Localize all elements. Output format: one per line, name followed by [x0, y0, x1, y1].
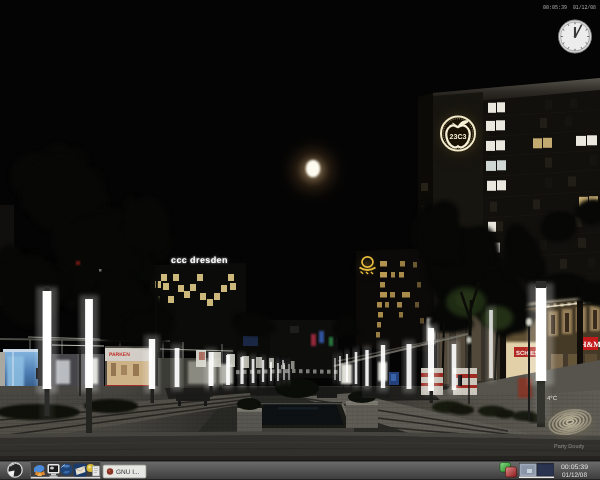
svg-text:4°C: 4°C [547, 395, 558, 402]
svg-text:PARKEN: PARKEN [109, 352, 130, 358]
svg-text:H&M: H&M [580, 340, 600, 349]
svg-text:GNU I...: GNU I... [116, 469, 140, 476]
svg-text:01/12/08: 01/12/08 [562, 472, 587, 479]
svg-text:00:05:39: 00:05:39 [561, 464, 588, 471]
svg-text:Party Doudy: Party Doudy [554, 444, 585, 450]
svg-text:ccc dresden: ccc dresden [171, 255, 228, 265]
svg-text:00:05:39: 00:05:39 [543, 4, 567, 11]
svg-text:01/12/08: 01/12/08 [573, 4, 596, 11]
svg-text:23C3: 23C3 [450, 134, 467, 141]
